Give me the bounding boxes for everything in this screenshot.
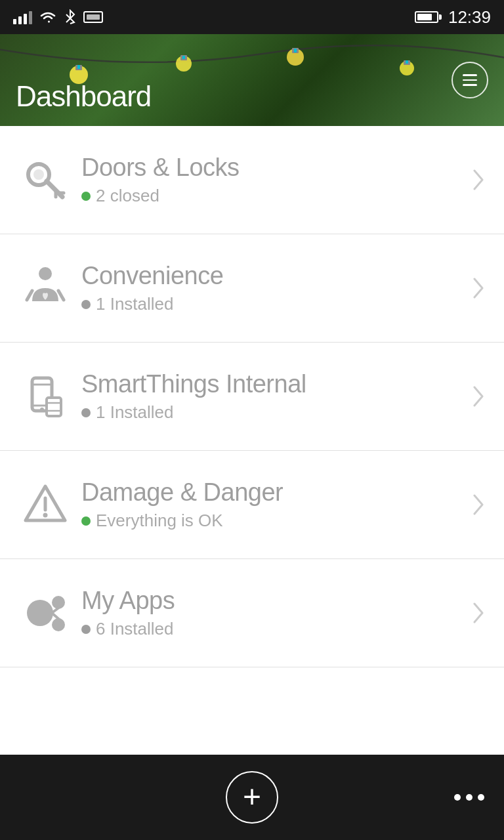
dot-menu-icon-1 <box>454 794 461 801</box>
svg-point-19 <box>39 267 52 280</box>
warning-icon <box>16 481 75 528</box>
svg-rect-11 <box>182 56 185 59</box>
chevron-right-icon <box>469 494 488 515</box>
status-right: 12:39 <box>415 7 491 28</box>
convenience-item[interactable]: Convenience 1 Installed <box>0 234 504 343</box>
svg-rect-10 <box>77 65 80 69</box>
chevron-right-icon <box>469 169 488 190</box>
damage-danger-subtitle: Everything is OK <box>81 511 469 531</box>
svg-point-31 <box>27 600 53 626</box>
status-dot-gray <box>81 408 91 417</box>
cast-icon <box>83 10 103 24</box>
status-left <box>13 9 103 25</box>
status-dot-green <box>81 516 91 526</box>
damage-danger-item[interactable]: Damage & Danger Everything is OK <box>0 451 504 559</box>
phone-device-icon <box>16 373 75 420</box>
plus-icon: + <box>243 781 261 812</box>
time-display: 12:39 <box>448 7 491 28</box>
dot-menu-icon-3 <box>478 794 484 801</box>
hamburger-icon <box>463 74 477 86</box>
dots-menu[interactable] <box>454 794 484 801</box>
my-apps-title: My Apps <box>81 587 469 615</box>
signal-bars-icon <box>13 10 32 24</box>
svg-point-25 <box>40 408 44 411</box>
chevron-right-icon <box>469 386 488 407</box>
svg-rect-1 <box>87 14 100 20</box>
bt-icon <box>64 9 77 25</box>
svg-rect-12 <box>294 49 297 52</box>
bottom-bar: + <box>0 755 504 840</box>
status-dot-gray <box>81 300 91 309</box>
person-heart-icon <box>16 264 75 312</box>
menu-button[interactable] <box>452 62 488 98</box>
svg-line-20 <box>27 291 32 300</box>
apps-icon <box>16 589 75 637</box>
chevron-right-icon <box>469 278 488 299</box>
svg-rect-26 <box>47 398 61 416</box>
smartthings-text: SmartThings Internal 1 Installed <box>75 370 469 423</box>
svg-rect-13 <box>406 60 408 64</box>
status-dot-gray <box>81 625 91 634</box>
my-apps-subtitle: 6 Installed <box>81 619 469 639</box>
my-apps-text: My Apps 6 Installed <box>75 587 469 639</box>
convenience-text: Convenience 1 Installed <box>75 262 469 314</box>
damage-danger-title: Damage & Danger <box>81 478 469 507</box>
key-icon <box>16 156 75 203</box>
chevron-right-icon <box>469 602 488 623</box>
doors-locks-subtitle: 2 closed <box>81 186 469 206</box>
convenience-title: Convenience <box>81 262 469 290</box>
status-dot-green <box>81 192 91 201</box>
my-apps-item[interactable]: My Apps 6 Installed <box>0 559 504 667</box>
svg-line-21 <box>58 291 64 300</box>
svg-point-15 <box>33 169 44 180</box>
dashboard-list: Doors & Locks 2 closed <box>0 126 504 755</box>
convenience-subtitle: 1 Installed <box>81 294 469 314</box>
doors-locks-text: Doors & Locks 2 closed <box>75 154 469 206</box>
wifi-icon <box>39 10 57 24</box>
smartthings-subtitle: 1 Installed <box>81 402 469 423</box>
doors-locks-title: Doors & Locks <box>81 154 469 182</box>
smartthings-title: SmartThings Internal <box>81 370 469 398</box>
dot-menu-icon-2 <box>466 794 472 801</box>
status-bar: 12:39 <box>0 0 504 34</box>
battery-icon <box>415 11 442 23</box>
smartthings-internal-item[interactable]: SmartThings Internal 1 Installed <box>0 343 504 451</box>
svg-point-30 <box>43 513 48 518</box>
doors-locks-item[interactable]: Doors & Locks 2 closed <box>0 126 504 234</box>
add-button[interactable]: + <box>226 771 278 824</box>
page-title: Dashboard <box>16 80 151 113</box>
header: Dashboard <box>0 34 504 126</box>
damage-danger-text: Damage & Danger Everything is OK <box>75 478 469 531</box>
